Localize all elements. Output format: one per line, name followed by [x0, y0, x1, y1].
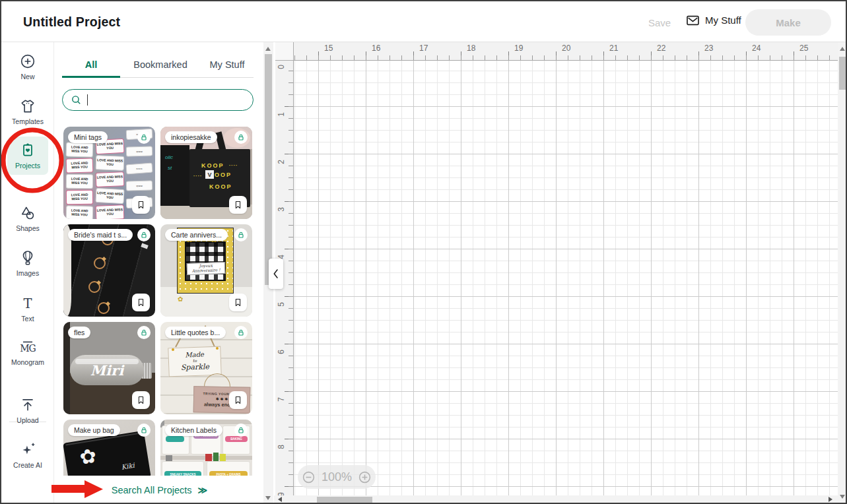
project-card[interactable]: ✿ ✿ ✿ Joyeux Anniversaire ! ✿ Carte anni…: [160, 224, 252, 317]
sidebar-label: Shapes: [16, 224, 40, 232]
scroll-right-arrow[interactable]: [829, 497, 832, 502]
sidebar-label: Create AI: [13, 461, 42, 469]
ruler-label: 20: [562, 44, 570, 53]
decor: [205, 454, 212, 461]
design-canvas-grid[interactable]: [294, 61, 838, 495]
ruler-label: 25: [799, 44, 808, 53]
tag-text: LOVE AND MISS YOU: [67, 193, 92, 201]
bookmark-button[interactable]: [132, 196, 150, 214]
scroll-down-arrow[interactable]: [840, 495, 845, 499]
make-button[interactable]: Make: [745, 9, 831, 36]
canvas-horizontal-scrollbar[interactable]: [274, 495, 838, 504]
access-lock-badge: [234, 326, 248, 339]
bookmark-button[interactable]: [229, 391, 247, 409]
projects-icon: [19, 142, 36, 159]
ruler-label: 1: [277, 108, 287, 121]
sidebar-item-create-ai[interactable]: Create AI: [7, 441, 48, 469]
sidebar-item-projects[interactable]: Projects: [7, 137, 48, 175]
app-window: Untitled Project Save My Stuff Make New …: [0, 0, 847, 504]
bookmark-icon: [136, 298, 146, 307]
decor: [141, 243, 148, 249]
decor: [185, 241, 226, 281]
scroll-down-arrow[interactable]: [265, 496, 271, 500]
save-button[interactable]: Save: [648, 17, 671, 28]
lock-icon: [237, 231, 245, 239]
thumb-text: olic: [165, 154, 173, 160]
tag-text: LOVE AND MISS YOU: [96, 142, 124, 151]
sidebar-item-templates[interactable]: Templates: [7, 98, 48, 125]
thumb-tag: LOVE AND MISS YOU: [96, 172, 125, 187]
thumb-tag: ≈≈≈: [126, 180, 152, 191]
zoom-in-icon[interactable]: [358, 470, 372, 484]
tab-my-stuff[interactable]: My Stuff: [201, 54, 254, 78]
zoom-level: 100%: [322, 470, 352, 484]
ruler-label: 5: [277, 298, 287, 311]
decor: [216, 347, 219, 350]
sidebar-label: New: [20, 73, 34, 80]
access-lock-badge: [137, 131, 151, 144]
thumb-tag: ≈≈≈: [126, 163, 153, 175]
thumb-text: KOOP: [201, 162, 224, 169]
script-squiggle: ≈≈≈: [136, 183, 143, 187]
thumb-tag: LOVE AND MISS YOU: [66, 174, 93, 189]
access-lock-badge: [234, 131, 248, 144]
zoom-out-icon[interactable]: [302, 470, 316, 484]
ruler-label: 17: [419, 44, 428, 53]
bookmark-button[interactable]: [229, 196, 247, 214]
ruler-label: 21: [609, 44, 618, 53]
scroll-up-arrow[interactable]: [265, 47, 271, 51]
tab-bookmarked[interactable]: Bookmarked: [120, 54, 201, 78]
panel-scrollbar-thumb[interactable]: [265, 54, 272, 285]
envelope-icon: [686, 15, 700, 26]
lock-icon: [140, 426, 148, 434]
collapse-panel-button[interactable]: [269, 259, 283, 289]
access-lock-badge: [137, 228, 151, 241]
decor: [94, 257, 106, 269]
search-all-projects-link[interactable]: Search All Projects: [112, 485, 192, 495]
project-card[interactable]: Miri fles: [63, 322, 155, 414]
ruler-label: 7: [277, 393, 287, 406]
sidebar-item-images[interactable]: Images: [7, 249, 48, 277]
search-box[interactable]: [62, 89, 254, 111]
decor: [98, 302, 110, 314]
script-squiggle: ≈≈≈: [136, 166, 143, 171]
sidebar-item-upload[interactable]: Upload: [7, 396, 48, 424]
bookmark-button[interactable]: [132, 391, 150, 409]
project-card[interactable]: olic st KOOP ···· ···· V OOP KOOP inkopi…: [160, 127, 252, 219]
double-chevron-icon[interactable]: ≫: [198, 485, 207, 495]
project-card-title: Make up bag: [68, 424, 120, 436]
lock-icon: [237, 329, 245, 336]
scrollbar-thumb[interactable]: [839, 57, 846, 90]
sidebar-item-monogram[interactable]: MG Monogram: [7, 338, 48, 366]
thumb-text: ····: [193, 173, 202, 178]
sidebar-item-new[interactable]: New: [7, 53, 48, 80]
lock-icon: [237, 133, 245, 141]
ruler-label: 8: [277, 441, 287, 454]
my-stuff-button[interactable]: My Stuff: [686, 15, 741, 26]
tag-text: LOVE AND MISS YOU: [67, 177, 92, 185]
decor: [88, 281, 100, 293]
sidebar: New Templates Projects Shapes Images T T…: [1, 42, 54, 504]
search-input[interactable]: [88, 92, 233, 108]
ruler-label: 18: [467, 44, 475, 53]
project-card[interactable]: Bride's maid t s...: [63, 224, 155, 317]
bookmark-icon: [233, 298, 243, 307]
ruler-label: 15: [324, 44, 333, 53]
ruler-label: 2: [277, 156, 287, 169]
scroll-up-arrow[interactable]: [840, 47, 845, 51]
project-title[interactable]: Untitled Project: [23, 15, 120, 30]
scrollbar-thumb[interactable]: [317, 497, 372, 503]
scroll-left-arrow[interactable]: [278, 497, 282, 502]
sidebar-item-text[interactable]: T Text: [7, 295, 48, 323]
sidebar-label: Upload: [17, 416, 38, 424]
bookmark-button[interactable]: [229, 294, 247, 311]
project-card[interactable]: ≈≈≈ ≈≈≈ ≈≈≈ ≈≈≈ ≈≈≈ LOVE AND MISS YOU LO…: [63, 127, 155, 219]
ruler-ticks: [294, 55, 838, 60]
tab-all[interactable]: All: [62, 54, 120, 78]
thumb-text: Made: [185, 352, 204, 359]
thumb-label: [166, 436, 184, 442]
project-card[interactable]: Made to Sparkle TRYING YOUR BEST ✱ ✱ ✱ a…: [160, 322, 252, 414]
sidebar-item-shapes[interactable]: Shapes: [7, 205, 48, 232]
canvas-vertical-scrollbar[interactable]: [838, 42, 847, 504]
bookmark-button[interactable]: [132, 294, 150, 311]
